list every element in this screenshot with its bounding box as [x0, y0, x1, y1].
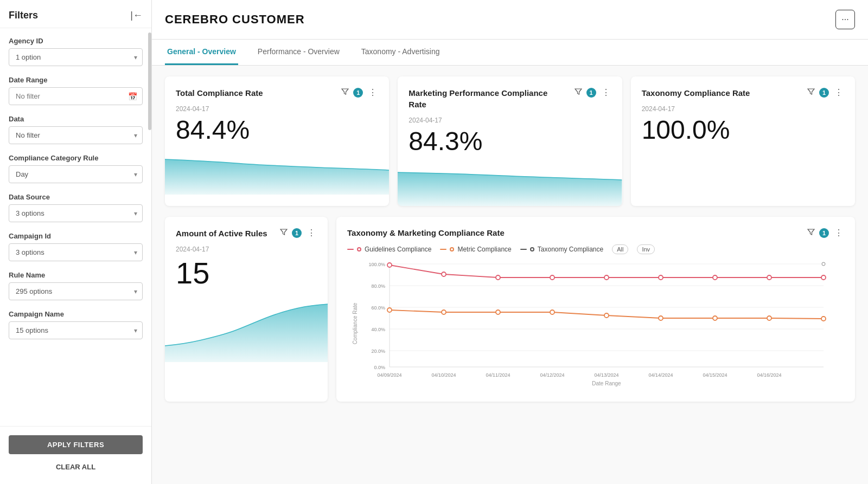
- svg-text:04/14/2024: 04/14/2024: [648, 372, 673, 378]
- campaign-id-select-wrapper: 3 options: [9, 243, 143, 261]
- svg-text:04/15/2024: 04/15/2024: [703, 372, 727, 378]
- active-rules-value: 15: [176, 255, 317, 291]
- kpi-more-button-taxonomy-compliance[interactable]: ⋮: [833, 87, 844, 98]
- kpi-value-total-compliance: 84.4%: [176, 115, 378, 145]
- filter-label-agency-id: Agency ID: [9, 37, 143, 45]
- filter-icon-2: [575, 88, 582, 97]
- header-menu-button[interactable]: ···: [835, 10, 855, 29]
- tab-taxonomy-advertising[interactable]: Taxonomy - Advertising: [359, 40, 442, 65]
- filter-group-date-range: Date Range 📅: [9, 76, 143, 105]
- filter-group-agency-id: Agency ID 1 option: [9, 37, 143, 66]
- sidebar-collapse-button[interactable]: |←: [130, 10, 143, 21]
- bottom-row: Amount of Active Rules 1 ⋮ 2024-04-17 15: [165, 217, 855, 402]
- kpi-row: Total Compliance Rate 1 ⋮ 2024-04-17 84.…: [165, 76, 855, 206]
- filter-icon-5: [807, 228, 815, 237]
- compliance-category-select-wrapper: Day: [9, 165, 143, 183]
- svg-text:Date Range: Date Range: [592, 380, 621, 386]
- svg-text:80.0%: 80.0%: [371, 283, 385, 289]
- filter-label-rule-name: Rule Name: [9, 271, 143, 279]
- kpi-badge-marketing-compliance: 1: [586, 88, 596, 98]
- kpi-card-total-compliance: Total Compliance Rate 1 ⋮ 2024-04-17 84.…: [165, 76, 389, 206]
- svg-point-29: [713, 275, 717, 280]
- active-rules-more-button[interactable]: ⋮: [306, 228, 317, 238]
- line-chart-card: Taxonomy & Marketing Compliance Rate 1 ⋮: [336, 217, 855, 402]
- filter-label-data: Data: [9, 115, 143, 123]
- filter-group-campaign-id: Campaign Id 3 options: [9, 232, 143, 261]
- kpi-value-taxonomy-compliance: 100.0%: [642, 115, 844, 145]
- kpi-more-button-marketing-compliance[interactable]: ⋮: [601, 87, 611, 98]
- active-rules-card: Amount of Active Rules 1 ⋮ 2024-04-17 15: [165, 217, 328, 402]
- tab-general-overview[interactable]: General - Overview: [165, 40, 238, 65]
- filter-label-compliance-category: Compliance Category Rule: [9, 154, 143, 162]
- svg-point-39: [713, 316, 717, 320]
- main-header: CEREBRO CUSTOMER ···: [152, 0, 868, 40]
- data-select-wrapper: No filter: [9, 126, 143, 144]
- svg-point-37: [604, 313, 609, 318]
- svg-text:04/12/2024: 04/12/2024: [540, 372, 564, 378]
- kpi-card-marketing-compliance-header: Marketing Performance Compliance Rate 1 …: [409, 87, 611, 110]
- rule-name-select[interactable]: 295 options: [9, 282, 143, 300]
- compliance-category-select[interactable]: Day: [9, 165, 143, 183]
- filter-icon-4: [280, 228, 288, 237]
- dashboard: Total Compliance Rate 1 ⋮ 2024-04-17 84.…: [152, 66, 868, 484]
- kpi-more-button-total-compliance[interactable]: ⋮: [367, 87, 378, 98]
- active-rules-date: 2024-04-17: [176, 246, 317, 253]
- kpi-title-taxonomy-compliance: Taxonomy Compliance Rate: [642, 87, 750, 99]
- sidebar-header: Filters |←: [0, 0, 151, 28]
- campaign-name-select[interactable]: 15 options: [9, 321, 143, 339]
- line-chart-more-button[interactable]: ⋮: [833, 228, 844, 238]
- collapse-icon: |←: [130, 10, 143, 21]
- campaign-name-select-wrapper: 15 options: [9, 321, 143, 339]
- svg-point-41: [821, 317, 826, 321]
- main-content: CEREBRO CUSTOMER ··· General - Overview …: [152, 0, 868, 484]
- svg-point-38: [659, 316, 663, 320]
- filter-group-campaign-name: Campaign Name 15 options: [9, 310, 143, 339]
- sidebar-actions: APPLY FILTERS CLEAR ALL: [0, 426, 151, 484]
- active-rules-actions: 1 ⋮: [280, 228, 317, 238]
- agency-id-select[interactable]: 1 option: [9, 48, 143, 66]
- svg-text:04/11/2024: 04/11/2024: [486, 372, 510, 378]
- svg-point-30: [767, 275, 771, 280]
- line-chart-header: Taxonomy & Marketing Compliance Rate 1 ⋮: [347, 228, 844, 238]
- tabs-bar: General - Overview Performance - Overvie…: [152, 40, 868, 66]
- data-source-select-wrapper: 3 options: [9, 204, 143, 222]
- svg-text:04/09/2024: 04/09/2024: [377, 372, 401, 378]
- legend-inv-button[interactable]: Inv: [637, 244, 655, 254]
- chart-legend: Guidelines Compliance Metric Compliance …: [347, 244, 844, 254]
- svg-point-25: [496, 275, 500, 280]
- legend-guidelines: Guidelines Compliance: [347, 246, 431, 253]
- sidebar: Filters |← Agency ID 1 option Date Range…: [0, 0, 152, 484]
- legend-all-button[interactable]: All: [612, 244, 628, 254]
- svg-text:0.0%: 0.0%: [374, 365, 385, 370]
- filter-group-data: Data No filter: [9, 115, 143, 144]
- svg-point-31: [821, 275, 826, 280]
- filter-icon-3: [807, 88, 815, 97]
- kpi-date-marketing-compliance: 2024-04-17: [409, 117, 611, 124]
- svg-point-27: [604, 275, 609, 280]
- active-rules-title: Amount of Active Rules: [176, 228, 267, 239]
- active-rules-header: Amount of Active Rules 1 ⋮: [176, 228, 317, 239]
- date-range-input[interactable]: [9, 87, 143, 105]
- sidebar-title: Filters: [9, 10, 38, 21]
- data-select[interactable]: No filter: [9, 126, 143, 144]
- svg-point-28: [659, 275, 663, 280]
- page-title: CEREBRO CUSTOMER: [165, 12, 305, 27]
- svg-point-35: [496, 310, 500, 314]
- tab-performance-overview[interactable]: Performance - Overview: [256, 40, 342, 65]
- campaign-id-select[interactable]: 3 options: [9, 243, 143, 261]
- clear-all-button[interactable]: CLEAR ALL: [9, 459, 143, 475]
- kpi-badge-taxonomy-compliance: 1: [819, 88, 829, 98]
- data-source-select[interactable]: 3 options: [9, 204, 143, 222]
- kpi-badge-total-compliance: 1: [353, 88, 363, 98]
- svg-point-33: [387, 308, 392, 312]
- sidebar-scrollbar[interactable]: [148, 33, 151, 130]
- svg-text:04/10/2024: 04/10/2024: [431, 372, 456, 378]
- kpi-card-taxonomy-compliance: Taxonomy Compliance Rate 1 ⋮ 2024-04-17 …: [631, 76, 855, 206]
- svg-point-34: [442, 310, 446, 314]
- active-rules-chart: [165, 297, 328, 362]
- apply-filters-button[interactable]: APPLY FILTERS: [9, 435, 143, 454]
- filter-label-data-source: Data Source: [9, 193, 143, 201]
- kpi-chart-taxonomy-compliance-empty: [642, 151, 844, 195]
- date-range-wrapper: 📅: [9, 87, 143, 105]
- svg-point-23: [387, 263, 392, 267]
